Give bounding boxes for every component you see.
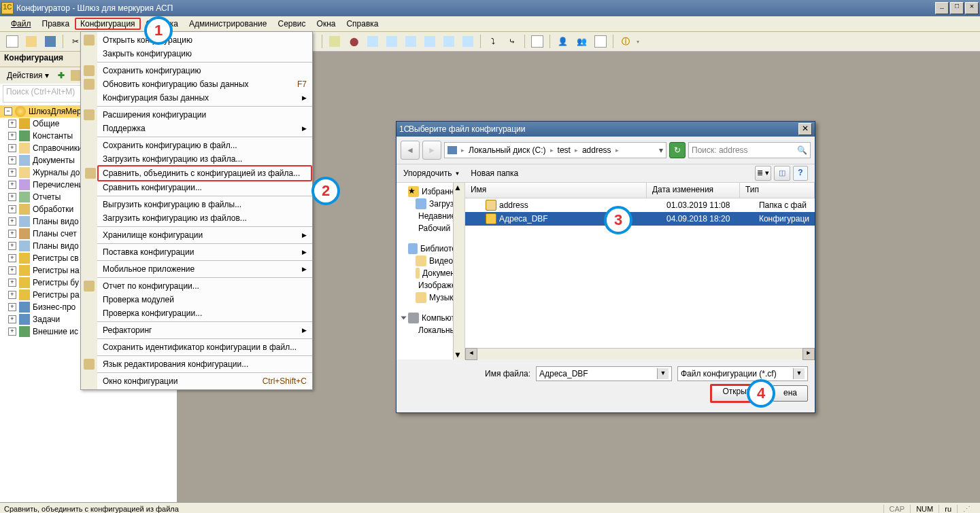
dialog-cancel-button[interactable]: ена: [773, 385, 808, 402]
restore-button[interactable]: □: [950, 2, 964, 14]
tb-calendar[interactable]: [592, 33, 609, 50]
menu-item[interactable]: Сохранить конфигурацию: [97, 64, 312, 77]
tb-dbg-br[interactable]: ⬤: [345, 33, 362, 50]
col-type[interactable]: Тип: [740, 183, 815, 198]
dialog-help-button[interactable]: ?: [793, 166, 808, 181]
expander-icon[interactable]: +: [8, 120, 16, 128]
tb-dbg6[interactable]: [460, 33, 476, 50]
breadcrumb[interactable]: ▸ Локальный диск (C:) ▸ test ▸ address ▸…: [444, 142, 666, 158]
menu-item[interactable]: Расширения конфигурации: [97, 108, 312, 122]
expander-icon[interactable]: +: [8, 205, 16, 213]
menu-item[interactable]: Загрузить конфигурацию из файлов...: [97, 211, 312, 225]
crumb-2[interactable]: address: [579, 145, 614, 155]
expander-icon[interactable]: +: [8, 230, 16, 238]
menu-configuration[interactable]: Конфигурация: [75, 18, 141, 30]
menu-item[interactable]: Рефакторинг▶: [97, 323, 312, 337]
tree-add-icon[interactable]: ✚: [54, 69, 68, 82]
crumb-0[interactable]: Локальный диск (C:): [466, 145, 549, 155]
expander-icon[interactable]: +: [8, 144, 16, 152]
col-date[interactable]: Дата изменения: [647, 183, 740, 198]
view-mode-button[interactable]: ≣ ▾: [755, 166, 771, 181]
tb-help[interactable]: ⓘ: [618, 33, 634, 50]
tb-dbg3[interactable]: [403, 33, 419, 50]
nav-forward-button[interactable]: ►: [422, 141, 441, 160]
expander-icon[interactable]: +: [8, 328, 16, 336]
col-name[interactable]: Имя: [465, 183, 647, 198]
menu-item[interactable]: Конфигурация базы данных▶: [97, 91, 312, 105]
filelist-scroll-h[interactable]: ◄►: [465, 348, 815, 359]
tb-open[interactable]: [23, 33, 39, 50]
file-row[interactable]: Адреса_DBF04.09.2018 18:20Конфигураци: [465, 212, 815, 226]
filename-input[interactable]: Адреса_DBF ▼: [536, 366, 672, 381]
tb-stepin[interactable]: ⤷: [504, 33, 520, 50]
close-button[interactable]: ✕: [965, 2, 979, 14]
tb-syntax[interactable]: [326, 33, 343, 50]
navtree-scroll[interactable]: ▲ ▼: [453, 183, 464, 359]
tb-save[interactable]: [42, 33, 58, 50]
nav-refresh-button[interactable]: ↻: [669, 142, 686, 158]
menu-item[interactable]: Сохранить конфигурацию в файл...: [97, 139, 312, 152]
tb-dbg2[interactable]: [384, 33, 400, 50]
menu-item[interactable]: Сохранить идентификатор конфигурации в ф…: [97, 340, 312, 354]
expander-icon[interactable]: +: [8, 156, 16, 164]
menu-item[interactable]: Хранилище конфигурации▶: [97, 228, 312, 242]
expander-icon[interactable]: −: [4, 107, 12, 116]
expander-icon[interactable]: +: [8, 169, 16, 177]
menu-item[interactable]: Мобильное приложение▶: [97, 262, 312, 276]
expander-icon[interactable]: +: [8, 242, 16, 250]
crumb-1[interactable]: test: [555, 145, 573, 155]
minimize-button[interactable]: _: [935, 2, 949, 14]
expander-icon[interactable]: +: [8, 181, 16, 189]
expander-icon[interactable]: +: [8, 132, 16, 140]
menu-service[interactable]: Сервис: [272, 18, 311, 30]
expander-icon[interactable]: +: [8, 254, 16, 262]
actions-button[interactable]: Действия ▾: [3, 69, 53, 82]
tb-dbg5[interactable]: [441, 33, 457, 50]
chevron-down-icon[interactable]: ▼: [793, 368, 805, 379]
menu-edit[interactable]: Правка: [37, 18, 75, 30]
tb-new[interactable]: [4, 33, 20, 50]
tb-users[interactable]: 👥: [573, 33, 590, 50]
file-list[interactable]: Имя Дата изменения Тип address01.03.2019…: [465, 183, 815, 359]
menu-item[interactable]: Окно конфигурацииCtrl+Shift+C: [97, 374, 312, 388]
menu-file[interactable]: Файл: [5, 18, 37, 30]
dialog-nav-tree[interactable]: ★ Избранное Загрузки Недавние места Рабо…: [396, 183, 465, 359]
menu-item[interactable]: Открыть конфигурацию: [97, 33, 312, 47]
menu-item[interactable]: Сравнить, объединить с конфигурацией из …: [97, 165, 312, 181]
expander-icon[interactable]: +: [8, 279, 16, 287]
menu-item[interactable]: Загрузить конфигурацию из файла...: [97, 152, 312, 166]
menu-item[interactable]: Закрыть конфигурацию: [97, 47, 312, 60]
expander-icon[interactable]: +: [8, 266, 16, 275]
menu-item[interactable]: Проверка модулей: [97, 293, 312, 306]
column-headers[interactable]: Имя Дата изменения Тип: [465, 183, 815, 198]
dialog-close-button[interactable]: ✕: [798, 123, 812, 135]
expander-icon[interactable]: +: [8, 315, 16, 323]
menu-item[interactable]: Обновить конфигурацию базы данныхF7: [97, 77, 312, 91]
menu-windows[interactable]: Окна: [311, 18, 341, 30]
expander-icon[interactable]: +: [8, 303, 16, 311]
menu-item[interactable]: Отчет по конфигурации...: [97, 279, 312, 293]
chevron-down-icon[interactable]: ▼: [657, 368, 669, 379]
tb-copy2[interactable]: [529, 33, 545, 50]
arrange-button[interactable]: Упорядочить▼: [403, 169, 460, 178]
filetype-combo[interactable]: Файл конфигурации (*.cf) ▼: [677, 366, 808, 381]
tb-dbg4[interactable]: [422, 33, 438, 50]
menu-item[interactable]: Проверка конфигурации...: [97, 306, 312, 320]
tb-dbg1[interactable]: [365, 33, 381, 50]
file-row[interactable]: address01.03.2019 11:08Папка с фай: [465, 198, 815, 212]
new-folder-button[interactable]: Новая папка: [471, 169, 518, 178]
menu-item[interactable]: Язык редактирования конфигурации...: [97, 357, 312, 371]
nav-back-button[interactable]: ◄: [401, 141, 420, 160]
preview-pane-button[interactable]: ◫: [774, 166, 790, 181]
menu-item[interactable]: Выгрузить конфигурацию в файлы...: [97, 198, 312, 211]
tb-stepover[interactable]: ⤵: [485, 33, 501, 50]
menu-item[interactable]: Сравнить конфигурации...: [97, 181, 312, 194]
dialog-search-input[interactable]: Поиск: address 🔍: [688, 142, 811, 158]
expander-icon[interactable]: +: [8, 217, 16, 226]
menu-item[interactable]: Поддержка▶: [97, 122, 312, 135]
menu-admin[interactable]: Администрирование: [184, 18, 272, 30]
expander-icon[interactable]: +: [8, 291, 16, 299]
expander-icon[interactable]: +: [8, 193, 16, 201]
menu-item[interactable]: Поставка конфигурации▶: [97, 245, 312, 259]
menu-help[interactable]: Справка: [341, 18, 384, 30]
